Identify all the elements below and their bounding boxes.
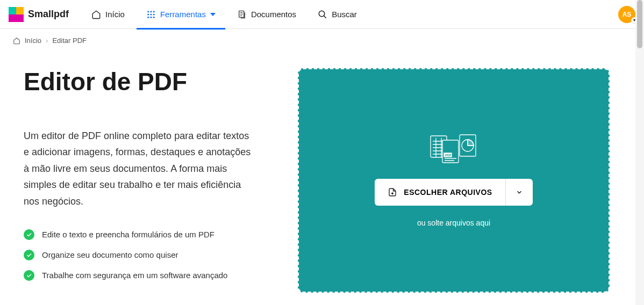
chevron-down-icon <box>516 188 523 196</box>
check-circle-icon <box>24 270 34 281</box>
svg-point-7 <box>150 16 152 18</box>
nav-documents-label: Documentos <box>251 10 296 19</box>
avatar-initials: AS <box>622 11 632 18</box>
home-icon <box>91 10 101 19</box>
svg-point-1 <box>150 11 152 12</box>
scrollbar[interactable] <box>635 0 644 305</box>
home-icon <box>13 37 20 45</box>
upload-button-group: ESCOLHER ARQUIVOS <box>375 179 532 206</box>
check-circle-icon <box>24 250 34 260</box>
drop-hint-text: ou solte arquivos aqui <box>417 219 490 227</box>
svg-point-4 <box>150 13 152 15</box>
nav-search-label: Buscar <box>332 10 357 19</box>
nav-tools[interactable]: Ferramentas <box>137 0 225 29</box>
check-circle-icon <box>24 229 34 240</box>
user-avatar[interactable]: AS ▾ <box>618 6 635 23</box>
nav-tools-label: Ferramentas <box>160 10 206 19</box>
search-icon <box>318 10 327 19</box>
brand-name: Smallpdf <box>28 9 69 20</box>
grid-icon <box>146 10 156 19</box>
feature-item: Trabalhe com segurança em um software av… <box>24 270 255 281</box>
breadcrumb-home[interactable]: Início <box>25 37 41 45</box>
svg-point-8 <box>153 16 155 18</box>
file-add-icon <box>388 187 397 197</box>
main-nav: Início Ferramentas Documentos Buscar <box>82 0 618 29</box>
svg-point-10 <box>319 11 325 17</box>
choose-source-dropdown[interactable] <box>505 179 533 206</box>
brand-logo[interactable]: Smallpdf <box>9 7 69 22</box>
nav-documents[interactable]: Documentos <box>227 0 306 29</box>
pdf-files-icon: PDF <box>430 134 478 166</box>
svg-point-6 <box>147 16 149 18</box>
svg-point-5 <box>153 13 155 15</box>
top-navigation: Smallpdf Início Ferramentas Documentos <box>0 0 644 29</box>
feature-text: Organize seu documento como quiser <box>42 250 178 259</box>
page-description: Um editor de PDF online completo para ed… <box>24 128 255 210</box>
svg-rect-12 <box>442 140 459 163</box>
feature-item: Edite o texto e preencha formulários de … <box>24 229 255 240</box>
svg-text:PDF: PDF <box>445 154 452 157</box>
breadcrumb: Início › Editar PDF <box>0 29 644 52</box>
svg-point-3 <box>147 13 149 15</box>
feature-text: Edite o texto e preencha formulários de … <box>42 230 214 239</box>
logo-mark-icon <box>9 7 24 22</box>
breadcrumb-separator: › <box>46 37 48 45</box>
feature-item: Organize seu documento como quiser <box>24 250 255 260</box>
scrollbar-thumb[interactable] <box>637 0 642 48</box>
documents-icon <box>237 10 247 19</box>
nav-home[interactable]: Início <box>82 0 134 29</box>
breadcrumb-current: Editar PDF <box>52 37 87 45</box>
content-left: Editor de PDF Um editor de PDF online co… <box>24 68 255 293</box>
page-title: Editor de PDF <box>24 68 255 96</box>
svg-point-2 <box>153 11 155 12</box>
feature-text: Trabalhe com segurança em um software av… <box>42 271 227 280</box>
nav-search[interactable]: Buscar <box>308 0 367 29</box>
nav-home-label: Início <box>105 10 125 19</box>
feature-list: Edite o texto e preencha formulários de … <box>24 229 255 281</box>
main-content: Editor de PDF Um editor de PDF online co… <box>0 52 644 303</box>
choose-files-button[interactable]: ESCOLHER ARQUIVOS <box>375 179 505 206</box>
chevron-down-icon <box>210 13 216 16</box>
svg-point-0 <box>147 11 149 12</box>
choose-files-label: ESCOLHER ARQUIVOS <box>404 188 492 197</box>
file-dropzone[interactable]: PDF ESCOLHER ARQUIVOS ou solte arqu <box>298 68 610 293</box>
